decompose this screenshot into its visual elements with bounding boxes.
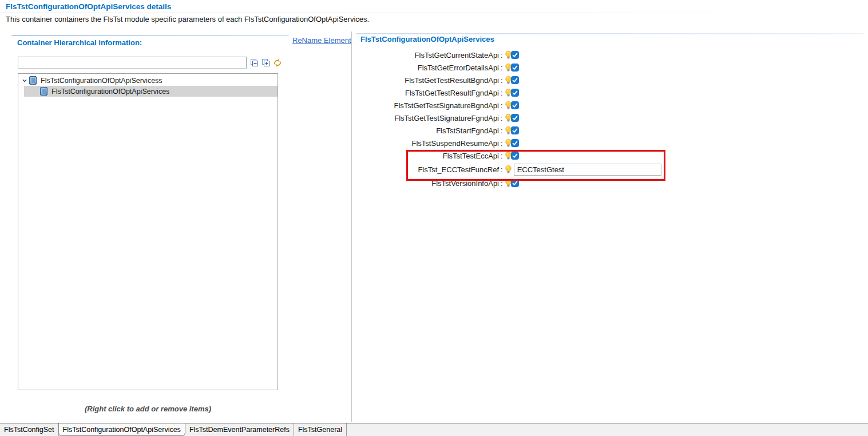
tab-label: FlsTstGeneral: [298, 426, 342, 434]
left-group-border: [11, 35, 289, 36]
param-checkbox[interactable]: [511, 76, 519, 84]
bulb-icon: [505, 139, 512, 148]
param-checkbox[interactable]: [511, 101, 519, 109]
bulb-icon: [505, 51, 512, 60]
bottom-tab[interactable]: FlsTstDemEventParameterRefs: [185, 423, 294, 436]
tree-item-label: FlsTstConfigurationOfOptApiServices: [51, 88, 169, 96]
param-colon: :: [499, 152, 505, 160]
param-checkbox[interactable]: [511, 126, 519, 134]
tab-label: FlsTstConfigurationOfOptApiServices: [63, 426, 181, 434]
container-icon: [29, 76, 37, 85]
param-row: FlsTst_ECCTestFuncRef:: [356, 162, 722, 177]
param-checkbox[interactable]: [511, 89, 519, 97]
tree-filter-input[interactable]: [18, 57, 247, 69]
container-icon: [40, 87, 48, 96]
parameter-list: FlsTstGetCurrentStateApi:FlsTstGetErrorD…: [356, 49, 722, 189]
tree-item[interactable]: FlsTstConfigurationOfOptApiServices: [24, 86, 278, 97]
bottom-tab[interactable]: FlsTstConfigurationOfOptApiServices: [58, 423, 185, 436]
param-checkbox[interactable]: [511, 114, 519, 122]
param-colon: :: [499, 64, 505, 72]
page-subtitle: This container containers the FlsTst mod…: [6, 15, 369, 23]
param-colon: :: [499, 89, 505, 97]
param-row: FlsTstGetTestSignatureBgndApi:: [356, 99, 722, 112]
param-checkbox[interactable]: [511, 51, 519, 59]
param-label: FlsTstGetTestResultBgndApi: [356, 76, 499, 85]
bottom-tab[interactable]: FlsTstConfigSet: [0, 423, 59, 436]
bulb-icon: [505, 101, 512, 110]
param-label: FlsTstVersionInfoApi: [356, 179, 499, 188]
param-colon: :: [499, 126, 505, 135]
param-row: FlsTstGetErrorDetailsApi:: [356, 61, 722, 74]
refresh-icon[interactable]: [272, 58, 282, 68]
bottom-tab[interactable]: FlsTstGeneral: [294, 423, 347, 436]
param-colon: :: [499, 101, 505, 110]
bulb-icon: [505, 114, 512, 122]
tab-label: FlsTstConfigSet: [4, 426, 54, 434]
param-row: FlsTstGetTestSignatureFgndApi:: [356, 112, 722, 124]
param-text-input[interactable]: [514, 164, 661, 176]
expand-all-icon[interactable]: [261, 58, 271, 68]
right-group-border: [356, 33, 864, 34]
page-title: FlsTstConfigurationOfOptApiServices deta…: [6, 2, 171, 11]
param-checkbox[interactable]: [511, 179, 519, 187]
tree-item[interactable]: FlsTstConfigurationOfOptApiServicess: [18, 75, 278, 86]
param-row: FlsTstGetTestResultFgndApi:: [356, 86, 722, 99]
param-label: FlsTstStartFgndApi: [356, 126, 499, 135]
tree-hint: (Right click to add or remove items): [18, 405, 278, 413]
param-colon: :: [499, 114, 505, 122]
param-row: FlsTstStartFgndApi:: [356, 124, 722, 137]
param-colon: :: [499, 179, 505, 188]
bulb-icon: [505, 152, 512, 160]
header-divider: [0, 13, 868, 13]
chevron-down-icon[interactable]: [21, 78, 28, 84]
bulb-icon: [505, 179, 512, 188]
param-colon: :: [499, 76, 505, 85]
param-checkbox[interactable]: [511, 139, 519, 147]
param-row: FlsTstGetTestResultBgndApi:: [356, 74, 722, 86]
param-label: FlsTstGetTestSignatureBgndApi: [356, 101, 499, 110]
param-label: FlsTstGetErrorDetailsApi: [356, 64, 499, 72]
param-row: FlsTstGetCurrentStateApi:: [356, 49, 722, 61]
param-label: FlsTstGetTestSignatureFgndApi: [356, 114, 499, 122]
collapse-all-icon[interactable]: [249, 58, 259, 68]
bottom-tabbar: FlsTstConfigSetFlsTstConfigurationOfOptA…: [0, 423, 868, 436]
config-editor-window: FlsTstConfigurationOfOptApiServices deta…: [0, 0, 868, 436]
param-label: FlsTstGetTestResultFgndApi: [356, 89, 499, 97]
param-row: FlsTstSuspendResumeApi:: [356, 137, 722, 149]
param-row: FlsTstVersionInfoApi:: [356, 177, 722, 189]
bulb-icon: [505, 76, 512, 85]
param-checkbox[interactable]: [511, 64, 519, 72]
param-row: FlsTstTestEccApi:: [356, 149, 722, 162]
param-colon: :: [499, 51, 505, 60]
tab-label: FlsTstDemEventParameterRefs: [189, 426, 290, 434]
container-tree[interactable]: FlsTstConfigurationOfOptApiServicessFlsT…: [18, 73, 278, 390]
tree-item-label: FlsTstConfigurationOfOptApiServicess: [41, 77, 162, 85]
param-label: FlsTstSuspendResumeApi: [356, 139, 499, 148]
right-section-title: FlsTstConfigurationOfOptApiServices: [360, 35, 494, 43]
bulb-icon: [505, 165, 512, 174]
param-label: FlsTstTestEccApi: [356, 152, 499, 160]
param-label: FlsTst_ECCTestFuncRef: [356, 165, 499, 174]
bulb-icon: [505, 64, 512, 72]
bulb-icon: [505, 89, 512, 97]
param-colon: :: [499, 165, 505, 174]
param-label: FlsTstGetCurrentStateApi: [356, 51, 499, 60]
param-colon: :: [499, 139, 505, 148]
tree-toolbar: [249, 58, 282, 68]
bulb-icon: [505, 126, 512, 135]
panel-divider: [351, 31, 352, 422]
param-checkbox[interactable]: [511, 152, 519, 160]
rename-element-link[interactable]: ReName Element: [292, 36, 351, 45]
left-section-title: Container Hierarchical information:: [17, 38, 142, 47]
